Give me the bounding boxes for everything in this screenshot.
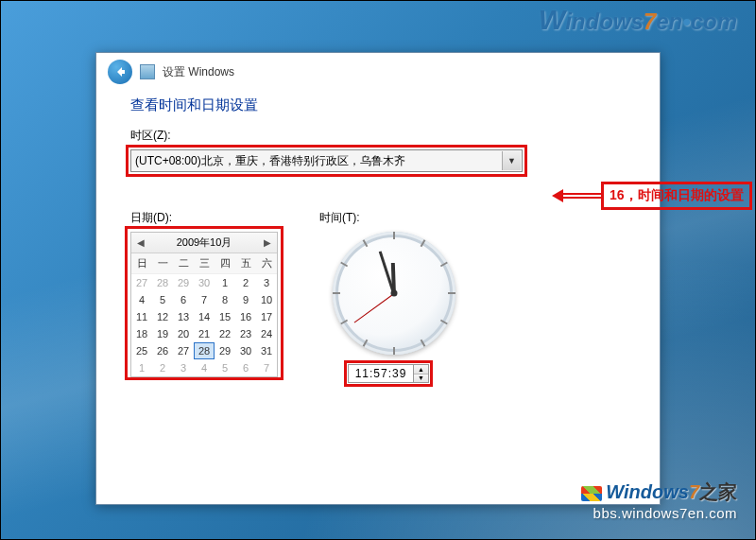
cal-day[interactable]: 27: [173, 342, 194, 359]
cal-day[interactable]: 18: [131, 325, 152, 342]
cal-day[interactable]: 28: [152, 274, 173, 291]
cal-day[interactable]: 24: [256, 325, 277, 342]
cal-prev-button[interactable]: ◀: [135, 237, 146, 248]
cal-day[interactable]: 4: [194, 359, 215, 376]
cal-day[interactable]: 17: [256, 308, 277, 325]
page-heading: 查看时间和日期设置: [130, 96, 626, 114]
annotation-callout: 16，时间和日期的设置: [552, 182, 752, 210]
analog-clock: [333, 232, 455, 355]
back-button[interactable]: [108, 60, 132, 84]
cal-day[interactable]: 30: [235, 342, 256, 359]
cal-dow: 日: [131, 253, 152, 274]
cal-day[interactable]: 29: [173, 274, 194, 291]
time-spinner[interactable]: ▲ ▼: [414, 364, 429, 383]
cal-day[interactable]: 27: [131, 274, 152, 291]
cal-day[interactable]: 3: [173, 359, 194, 376]
dialog-header: 设置 Windows: [96, 53, 660, 91]
cal-day[interactable]: 14: [194, 308, 215, 325]
cal-day[interactable]: 10: [256, 291, 277, 308]
dialog-title: 设置 Windows: [163, 64, 234, 80]
cal-day[interactable]: 1: [215, 274, 235, 291]
cal-day[interactable]: 5: [215, 359, 235, 376]
cal-day[interactable]: 2: [152, 359, 173, 376]
cal-day[interactable]: 28: [194, 342, 215, 359]
cal-day[interactable]: 7: [194, 291, 215, 308]
timezone-select[interactable]: (UTC+08:00)北京，重庆，香港特别行政区，乌鲁木齐 ▼: [130, 149, 523, 172]
cal-day[interactable]: 20: [173, 325, 194, 342]
cal-month-label: 2009年10月: [177, 235, 232, 250]
cal-day[interactable]: 11: [131, 308, 152, 325]
spinner-down-icon[interactable]: ▼: [414, 375, 428, 383]
second-hand: [354, 293, 395, 322]
app-icon: [140, 64, 155, 79]
cal-day[interactable]: 13: [173, 308, 194, 325]
cal-day[interactable]: 23: [235, 325, 256, 342]
arrow-left-icon: [113, 65, 127, 78]
watermark-logo-top: Windows7en•com: [539, 4, 737, 36]
cal-day[interactable]: 1: [131, 359, 152, 376]
cal-day[interactable]: 8: [215, 291, 235, 308]
timezone-value: (UTC+08:00)北京，重庆，香港特别行政区，乌鲁木齐: [135, 153, 405, 169]
cal-day[interactable]: 6: [173, 291, 194, 308]
date-label: 日期(D):: [130, 210, 278, 226]
calendar: ◀ 2009年10月 ▶ 日一二三四五六27282930123456789101…: [130, 232, 278, 377]
cal-day[interactable]: 21: [194, 325, 215, 342]
time-label: 时间(T):: [319, 210, 455, 226]
cal-day[interactable]: 16: [235, 308, 256, 325]
cal-dow: 二: [173, 253, 194, 274]
cal-day[interactable]: 2: [235, 274, 256, 291]
setup-dialog: 设置 Windows 查看时间和日期设置 时区(Z): (UTC+08:00)北…: [95, 52, 661, 505]
cal-day[interactable]: 31: [256, 342, 277, 359]
cal-dow: 六: [256, 253, 277, 274]
cal-dow: 一: [152, 253, 173, 274]
timezone-label: 时区(Z):: [130, 128, 626, 144]
watermark-logo-bottom: Windows7之家 bbs.windows7en.com: [581, 479, 737, 521]
cal-next-button[interactable]: ▶: [262, 237, 273, 248]
cal-day[interactable]: 22: [215, 325, 235, 342]
cal-day[interactable]: 3: [256, 274, 277, 291]
cal-day[interactable]: 26: [152, 342, 173, 359]
cal-day[interactable]: 7: [256, 359, 277, 376]
cal-dow: 五: [235, 253, 256, 274]
spinner-up-icon[interactable]: ▲: [414, 365, 428, 375]
cal-dow: 四: [215, 253, 235, 274]
cal-day[interactable]: 6: [235, 359, 256, 376]
cal-day[interactable]: 30: [194, 274, 215, 291]
annotation-text: 16，时间和日期的设置: [601, 182, 752, 210]
time-input[interactable]: 11:57:39: [348, 364, 414, 383]
cal-day[interactable]: 5: [152, 291, 173, 308]
cal-day[interactable]: 9: [235, 291, 256, 308]
cal-day[interactable]: 15: [215, 308, 235, 325]
arrow-left-icon: [552, 193, 601, 199]
cal-day[interactable]: 25: [131, 342, 152, 359]
cal-dow: 三: [194, 253, 215, 274]
chevron-down-icon: ▼: [502, 151, 521, 170]
cal-day[interactable]: 4: [131, 291, 152, 308]
cal-day[interactable]: 12: [152, 308, 173, 325]
cal-day[interactable]: 29: [215, 342, 235, 359]
cal-day[interactable]: 19: [152, 325, 173, 342]
